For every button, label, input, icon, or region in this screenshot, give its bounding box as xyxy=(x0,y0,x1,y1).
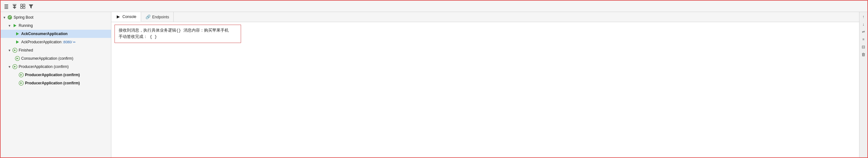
collapse-all-icon[interactable] xyxy=(3,3,9,9)
arrow-springboot: ▼ xyxy=(2,15,7,20)
scroll-up-icon[interactable]: ↑ xyxy=(860,13,867,20)
filter-icon[interactable] xyxy=(28,3,34,9)
wrap-lines-icon[interactable]: ⇌ xyxy=(860,28,867,35)
producer-child2-icon xyxy=(18,80,24,86)
right-sidebar: ↑ ↓ ⇌ ≡ ⊟ 🗑 xyxy=(859,12,867,157)
spring-boot-icon xyxy=(7,14,13,20)
right-panel: ▶ Console 🔗 Endpoints 接收到消息，执行具体业务逻辑{} 消… xyxy=(111,12,859,157)
tab-console[interactable]: ▶ Console xyxy=(111,12,141,22)
endpoints-tab-icon: 🔗 xyxy=(146,14,151,20)
endpoints-tab-label: Endpoints xyxy=(152,15,169,19)
console-output-box: 接收到消息，执行具体业务逻辑{} 消息内容：购买苹果手机 手动签收完成： { } xyxy=(115,25,241,43)
console-tab-icon: ▶ xyxy=(116,14,121,19)
content-area: ▼ Spring Boot ▼ Running xyxy=(1,12,867,157)
ack-producer-edit-icon[interactable]: ✏ xyxy=(73,40,75,44)
producer-child2-label: ProducerApplication (confirm) xyxy=(25,81,80,85)
svg-marker-23 xyxy=(20,74,23,76)
springboot-label: Spring Boot xyxy=(13,15,34,20)
svg-marker-17 xyxy=(14,49,16,51)
svg-marker-5 xyxy=(13,7,17,9)
tree-item-ack-consumer[interactable]: AckConsumerApplication xyxy=(1,30,111,38)
svg-rect-3 xyxy=(4,8,8,9)
svg-rect-7 xyxy=(21,4,23,6)
expand-all-icon[interactable] xyxy=(11,3,18,9)
ack-consumer-run-icon xyxy=(14,31,20,37)
svg-rect-10 xyxy=(23,7,25,8)
svg-marker-15 xyxy=(16,40,19,43)
ack-producer-run-icon xyxy=(14,39,20,45)
console-line-2: 手动签收完成： { } xyxy=(119,34,237,40)
tab-endpoints[interactable]: 🔗 Endpoints xyxy=(141,12,174,22)
console-tab-label: Console xyxy=(122,14,136,19)
consumer-app-icon xyxy=(14,56,20,61)
svg-rect-6 xyxy=(13,4,17,5)
tree-item-consumer-confirm[interactable]: ConsumerApplication (confirm) xyxy=(1,54,111,63)
producer-confirm-parent-label: ProducerApplication (confirm) xyxy=(19,64,69,69)
svg-point-12 xyxy=(8,15,12,20)
tree-item-producer-confirm-child1[interactable]: ProducerApplication (confirm) xyxy=(1,71,111,79)
scroll-down-icon[interactable]: ↓ xyxy=(860,21,867,27)
tree-item-producer-confirm-child2[interactable]: ProducerApplication (confirm) xyxy=(1,79,111,87)
arrow-producer-confirm-parent: ▼ xyxy=(7,64,12,69)
settings-icon[interactable]: ≡ xyxy=(860,36,867,42)
svg-rect-8 xyxy=(23,4,25,6)
svg-marker-4 xyxy=(13,5,17,7)
arrow-running: ▼ xyxy=(7,23,12,28)
producer-child1-label: ProducerApplication (confirm) xyxy=(25,73,80,77)
toolbar xyxy=(1,1,867,12)
main-container: ▼ Spring Boot ▼ Running xyxy=(0,0,868,158)
running-icon xyxy=(12,23,18,28)
tree-item-finished[interactable]: ▼ Finished xyxy=(1,46,111,54)
svg-marker-19 xyxy=(17,58,19,59)
console-line-1: 接收到消息，执行具体业务逻辑{} 消息内容：购买苹果手机 xyxy=(119,28,237,34)
consumer-confirm-label: ConsumerApplication (confirm) xyxy=(21,56,73,61)
finished-icon xyxy=(12,48,18,53)
group-icon[interactable] xyxy=(20,3,26,9)
svg-rect-2 xyxy=(4,7,8,8)
producer-child1-icon xyxy=(18,72,24,78)
svg-marker-11 xyxy=(29,4,33,8)
tabs-bar: ▶ Console 🔗 Endpoints xyxy=(111,12,859,22)
finished-label: Finished xyxy=(19,48,33,53)
tree-item-running[interactable]: ▼ Running xyxy=(1,22,111,30)
svg-marker-13 xyxy=(13,24,17,27)
svg-rect-9 xyxy=(21,7,23,8)
svg-marker-14 xyxy=(16,32,19,35)
producer-app-parent-icon xyxy=(12,64,18,69)
svg-rect-0 xyxy=(4,4,8,5)
svg-rect-1 xyxy=(4,6,8,6)
print-icon[interactable]: ⊟ xyxy=(860,43,867,50)
running-label: Running xyxy=(19,23,33,28)
tree-item-producer-confirm-parent[interactable]: ▼ ProducerApplication (confirm) xyxy=(1,63,111,71)
svg-marker-25 xyxy=(20,82,23,84)
ack-producer-label: AckProducerApplication :8080/✏ xyxy=(21,40,75,44)
delete-icon[interactable]: 🗑 xyxy=(860,51,867,58)
console-area: 接收到消息，执行具体业务逻辑{} 消息内容：购买苹果手机 手动签收完成： { } xyxy=(111,22,859,157)
ack-producer-port: :8080/ xyxy=(61,40,72,44)
tree-item-ack-producer[interactable]: AckProducerApplication :8080/✏ xyxy=(1,38,111,46)
ack-consumer-label: AckConsumerApplication xyxy=(21,32,68,36)
svg-marker-21 xyxy=(14,66,16,68)
arrow-finished: ▼ xyxy=(7,48,12,53)
tree-item-springboot[interactable]: ▼ Spring Boot xyxy=(1,13,111,22)
tree-panel: ▼ Spring Boot ▼ Running xyxy=(1,12,111,157)
